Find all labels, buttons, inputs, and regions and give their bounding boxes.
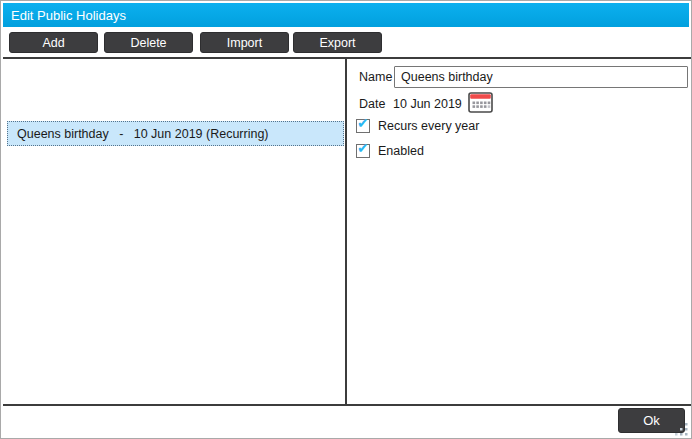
list-item[interactable]: Queens birthday - 10 Jun 2019 (Recurring… bbox=[7, 121, 344, 146]
date-value: 10 Jun 2019 bbox=[393, 97, 462, 111]
export-button[interactable]: Export bbox=[293, 32, 382, 53]
date-label: Date bbox=[359, 97, 385, 111]
delete-button[interactable]: Delete bbox=[104, 32, 193, 53]
add-button[interactable]: Add bbox=[9, 32, 98, 53]
title-bar: Edit Public Holidays bbox=[3, 3, 689, 27]
ok-button-label: Ok bbox=[643, 413, 660, 428]
enabled-checkbox-row[interactable]: ✔ Enabled bbox=[356, 143, 424, 159]
calendar-icon bbox=[468, 101, 493, 116]
enabled-checkbox-label: Enabled bbox=[378, 144, 424, 158]
recurs-checkbox[interactable]: ✔ bbox=[356, 119, 370, 133]
enabled-checkbox[interactable]: ✔ bbox=[356, 144, 370, 158]
window-title: Edit Public Holidays bbox=[11, 8, 126, 23]
import-button[interactable]: Import bbox=[200, 32, 289, 53]
check-icon: ✔ bbox=[357, 141, 369, 155]
delete-button-label: Delete bbox=[130, 36, 166, 50]
import-button-label: Import bbox=[227, 36, 262, 50]
add-button-label: Add bbox=[42, 36, 64, 50]
holiday-list-panel: Queens birthday - 10 Jun 2019 (Recurring… bbox=[3, 59, 345, 404]
recurs-checkbox-row[interactable]: ✔ Recurs every year bbox=[356, 118, 479, 134]
calendar-picker-button[interactable] bbox=[467, 92, 493, 114]
export-button-label: Export bbox=[319, 36, 355, 50]
recurs-checkbox-label: Recurs every year bbox=[378, 119, 479, 133]
name-input[interactable] bbox=[394, 66, 688, 88]
edit-public-holidays-dialog: Edit Public Holidays Add Delete Import E… bbox=[0, 0, 692, 439]
panel-divider bbox=[345, 57, 347, 404]
check-icon: ✔ bbox=[357, 116, 369, 130]
list-item-text: Queens birthday - 10 Jun 2019 (Recurring… bbox=[17, 127, 269, 141]
footer-separator bbox=[3, 404, 691, 406]
name-label: Name bbox=[359, 70, 392, 84]
resize-grip[interactable] bbox=[675, 422, 688, 435]
